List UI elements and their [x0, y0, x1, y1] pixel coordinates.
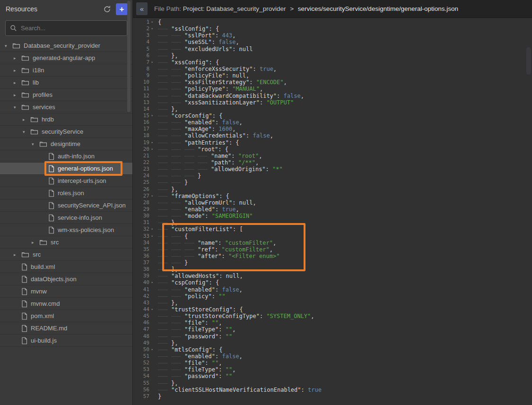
tree-caret-icon[interactable]: ▸ — [14, 68, 21, 73]
tree-item[interactable]: build.xml — [0, 261, 132, 273]
tree-caret-icon[interactable]: ▾ — [5, 43, 12, 48]
indent-guides — [158, 373, 184, 379]
line-gutter: 36 — [133, 253, 155, 259]
tree-item[interactable]: ▾ securityService — [0, 126, 132, 138]
token-plain: "cspConfig": { — [171, 279, 219, 286]
code-text: "policyFile": null, — [158, 72, 249, 79]
tree-caret-icon[interactable]: ▸ — [14, 93, 21, 97]
tree-item[interactable]: ui-build.js — [0, 335, 132, 347]
code-text: "enabled": false, — [158, 353, 243, 360]
search-input[interactable] — [21, 25, 122, 32]
line-gutter: 4 — [133, 39, 155, 45]
indent-guides — [158, 313, 184, 319]
tree-item[interactable]: ▾ designtime — [0, 138, 132, 150]
line-number: 15 — [133, 112, 149, 119]
line-gutter: 25 — [133, 179, 155, 186]
fold-caret-icon[interactable]: ▾ — [149, 26, 155, 32]
token-plain: "name": — [211, 153, 238, 159]
code-line: 35 "ref": "customFilter", — [133, 246, 532, 253]
fold-caret-icon[interactable]: ▾ — [149, 139, 155, 146]
tree-caret-icon[interactable]: ▾ — [32, 142, 39, 146]
indent-guides — [158, 387, 171, 393]
add-resource-button[interactable]: + — [116, 3, 128, 15]
tree-item[interactable]: ▸ lib — [0, 77, 132, 89]
sidebar-scrollbar-thumb[interactable] — [127, 1, 131, 112]
search-row — [0, 18, 132, 40]
tree-caret-icon[interactable]: ▸ — [14, 80, 21, 85]
tree-item[interactable]: wm-xss-policies.json — [0, 224, 132, 236]
code-text: "maxAge": 1600, — [158, 126, 235, 132]
line-number: 26 — [133, 186, 149, 193]
fold-caret-icon[interactable]: ▾ — [149, 226, 155, 233]
fold-caret-icon[interactable]: ▾ — [149, 233, 155, 240]
collapse-panel-button[interactable]: « — [136, 2, 148, 15]
fold-caret-icon[interactable]: ▾ — [149, 193, 155, 199]
line-gutter: 54 — [133, 373, 155, 379]
line-number: 37 — [133, 259, 149, 266]
tree-item[interactable]: ▸ i18n — [0, 64, 132, 77]
fold-caret-icon[interactable]: ▾ — [149, 306, 155, 313]
line-number: 55 — [133, 380, 149, 387]
tree-item[interactable]: ▾ services — [0, 101, 132, 113]
code-text: ], — [158, 266, 178, 273]
tree-item[interactable]: mvnw — [0, 285, 132, 298]
tree-item[interactable]: intercept-urls.json — [0, 175, 132, 187]
token-string: "SAMEORIGIN" — [212, 213, 253, 219]
fold-caret-icon[interactable]: ▾ — [149, 279, 155, 286]
tree-item[interactable]: ▾ Database_security_provider — [0, 40, 132, 52]
fold-caret-icon[interactable]: ▾ — [149, 59, 155, 66]
line-gutter: 34 — [133, 240, 155, 246]
tree-item[interactable]: README.md — [0, 322, 132, 335]
tree-caret-icon[interactable]: ▸ — [23, 117, 30, 122]
tree-item[interactable]: securityService_API.json — [0, 199, 132, 212]
fold-caret-icon[interactable]: ▾ — [149, 346, 155, 353]
code-line: 2 ▾ "sslConfig": { — [133, 26, 532, 32]
tree-item[interactable]: ▸ src — [0, 236, 132, 249]
token-string: "" — [218, 293, 225, 300]
tree-item-label: mvnw.cmd — [31, 300, 60, 307]
search-box[interactable] — [5, 20, 127, 36]
refresh-button[interactable] — [102, 4, 112, 14]
line-gutter: 43 — [133, 300, 155, 306]
code-line: 37 } — [133, 259, 532, 266]
tree-item-label: intercept-urls.json — [58, 177, 106, 184]
code-line: 8 "enforceXssSecurity": true, — [133, 66, 532, 72]
tree-item[interactable]: mvnw.cmd — [0, 298, 132, 310]
line-number: 10 — [133, 79, 149, 86]
indent-guides — [158, 300, 171, 306]
tree-item[interactable]: ▸ hrdb — [0, 113, 132, 126]
tree-item-label: designtime — [51, 140, 80, 147]
tree-item[interactable]: ▸ src — [0, 249, 132, 261]
editor-scrollbar-thumb[interactable] — [526, 47, 531, 75]
tree-caret-icon[interactable]: ▾ — [14, 105, 21, 110]
folder-icon — [39, 239, 47, 246]
tree-item[interactable]: dataObjects.json — [0, 273, 132, 285]
fold-caret-icon[interactable]: ▾ — [149, 146, 155, 153]
line-number: 1 — [133, 19, 149, 26]
tree-caret-icon[interactable]: ▸ — [14, 252, 21, 257]
code-text: "xssSanitizationLayer": "OUTPUT" — [158, 99, 294, 106]
tree-item[interactable]: roles.json — [0, 187, 132, 199]
tree-item[interactable]: ▸ generated-angular-app — [0, 52, 132, 64]
fold-caret-icon[interactable]: ▾ — [149, 112, 155, 119]
tree-caret-icon[interactable]: ▾ — [23, 129, 30, 134]
tree-item-label: securityService_API.json — [58, 202, 126, 209]
code-editor[interactable]: 1 ▾ { 2 ▾ "sslConfig": { 3 "sslPort": 44… — [133, 18, 532, 405]
tree-item-label: Database_security_provider — [24, 42, 100, 49]
tree-caret-icon[interactable]: ▸ — [32, 240, 39, 245]
code-text: "pathEntries": { — [158, 139, 239, 146]
token-plain: "customFilterList": [ — [171, 226, 243, 233]
code-text: "dataBackwardCompatibility": false, — [158, 93, 304, 99]
indent-guides — [158, 353, 184, 360]
tree-item[interactable]: auth-info.json — [0, 150, 132, 163]
code-line: 42 "policy": "" — [133, 293, 532, 300]
code-line: 36 "after": "<Filter enum>" — [133, 253, 532, 259]
token-string: "" — [226, 373, 232, 379]
tree-caret-icon[interactable]: ▸ — [14, 56, 21, 60]
tree-item[interactable]: service-info.json — [0, 212, 132, 224]
tree-item[interactable]: pom.xml — [0, 310, 132, 322]
code-line: 15 ▾ "corsConfig": { — [133, 112, 532, 119]
tree-item[interactable]: ▸ profiles — [0, 89, 132, 101]
tree-item[interactable]: general-options.json — [0, 163, 132, 175]
fold-caret-icon[interactable]: ▾ — [149, 19, 155, 26]
